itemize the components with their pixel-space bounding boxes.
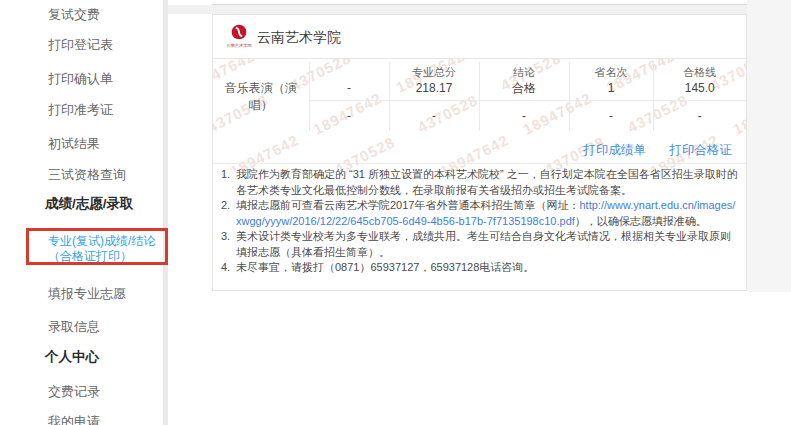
note-text: 填报志愿前可查看云南艺术学院2017年省外普通本科招生简章（网址：http://… (236, 198, 739, 229)
notes-separator (213, 163, 746, 164)
active-item-line2: （合格证打印） (48, 249, 155, 264)
cell-value: - (312, 81, 387, 95)
university-name: 云南艺术学院 (257, 29, 341, 47)
print-actions: 打印成绩单 打印合格证 (564, 142, 732, 159)
score-cell: - (309, 62, 389, 100)
print-certificate-link[interactable]: 打印合格证 (670, 143, 733, 157)
sidebar-item-third-test-query[interactable]: 三试资格查询 (48, 166, 126, 184)
background-gap-band (168, 5, 791, 14)
note-number: 4. (221, 260, 236, 276)
empty-cell: - (479, 100, 569, 131)
pass-line-cell: 合格线 145.0 (653, 62, 746, 100)
sidebar-item-admission-info[interactable]: 录取信息 (48, 318, 100, 336)
note-2-pre: 填报志愿前可查看云南艺术学院2017年省外普通本科招生简章（网址： (236, 199, 579, 211)
university-logo-icon (231, 24, 247, 40)
score-table-wrap: 音乐表演（演唱） - 专业总分 218.17 结论 合格 省名次 1 (213, 62, 746, 131)
notes-section: 1. 我院作为教育部确定的 “31 所独立设置的本科艺术院校” 之一，自行划定本… (221, 167, 739, 276)
watermark-text: 4370528 (332, 133, 398, 171)
university-logo-caption: 云南艺术学院 (220, 42, 257, 47)
sidebar-item-first-test-result[interactable]: 初试结果 (48, 135, 100, 153)
background-right-band (747, 0, 791, 292)
sidebar-item-print-admission[interactable]: 打印准考证 (48, 101, 113, 119)
sidebar-item-fill-major-wish[interactable]: 填报专业志愿 (48, 285, 126, 303)
note-text: 我院作为教育部确定的 “31 所独立设置的本科艺术院校” 之一，自行划定本院在全… (236, 167, 739, 198)
watermark-text: 18947642 (227, 131, 301, 171)
empty-cell: - (653, 100, 746, 131)
sidebar-item-print-confirmation[interactable]: 打印确认单 (48, 70, 113, 88)
sidebar-item-retest-payment[interactable]: 复试交费 (48, 6, 100, 24)
sidebar-section-personal[interactable]: 个人中心 (45, 348, 99, 366)
cell-label: 专业总分 (392, 66, 477, 79)
empty-cell: - (309, 100, 389, 131)
cell-value: 合格 (482, 81, 567, 95)
note-number: 2. (221, 198, 236, 229)
note-number: 3. (221, 229, 236, 260)
sidebar-section-scores[interactable]: 成绩/志愿/录取 (45, 195, 134, 213)
cell-label: 结论 (482, 66, 567, 79)
table-row: 音乐表演（演唱） - 专业总分 218.17 结论 合格 省名次 1 (213, 62, 746, 100)
note-2: 2. 填报志愿前可查看云南艺术学院2017年省外普通本科招生简章（网址：http… (221, 198, 739, 229)
note-1: 1. 我院作为教育部确定的 “31 所独立设置的本科艺术院校” 之一，自行划定本… (221, 167, 739, 198)
card-header: 云南艺术学院 云南艺术学院 (213, 15, 746, 59)
sidebar: 复试交费 打印登记表 打印确认单 打印准考证 初试结果 三试资格查询 成绩/志愿… (0, 0, 163, 425)
note-number: 1. (221, 167, 236, 198)
sidebar-item-major-score-result-active[interactable]: 专业(复试)成绩/结论 （合格证打印） (48, 234, 155, 264)
sidebar-item-payment-records[interactable]: 交费记录 (48, 383, 100, 401)
note-3: 3. 美术设计类专业校考为多专业联考，成绩共用。考生可结合自身文化考试情况，根据… (221, 229, 739, 260)
note-2-post: ），以确保志愿填报准确。 (575, 215, 707, 227)
sidebar-item-my-applications[interactable]: 我的申请 (48, 413, 100, 425)
cell-label: 合格线 (656, 66, 745, 79)
print-transcript-link[interactable]: 打印成绩单 (584, 143, 647, 157)
cell-label (312, 66, 387, 79)
total-score-cell: 专业总分 218.17 (389, 62, 479, 100)
cell-value: 1 (572, 81, 651, 95)
note-text: 美术设计类专业校考为多专业联考，成绩共用。考生可结合自身文化考试情况，根据相关专… (236, 229, 739, 260)
sidebar-item-print-registration[interactable]: 打印登记表 (48, 36, 113, 54)
watermark-text: 18947642 (437, 131, 511, 171)
empty-cell: - (389, 100, 479, 131)
score-result-card: 云南艺术学院 云南艺术学院 18947642437052818947642437… (212, 14, 747, 291)
sidebar-divider (163, 0, 168, 425)
active-item-line1: 专业(复试)成绩/结论 (48, 234, 155, 249)
score-table: 音乐表演（演唱） - 专业总分 218.17 结论 合格 省名次 1 (213, 62, 746, 131)
cell-value: 218.17 (392, 81, 477, 95)
empty-cell: - (569, 100, 653, 131)
note-4: 4. 未尽事宜，请拨打（0871）65937127，65937128电话咨询。 (221, 260, 739, 276)
conclusion-cell: 结论 合格 (479, 62, 569, 100)
cell-value: 145.0 (656, 81, 745, 95)
province-rank-cell: 省名次 1 (569, 62, 653, 100)
cell-label: 省名次 (572, 66, 651, 79)
major-name-cell: 音乐表演（演唱） (213, 62, 309, 131)
note-text: 未尽事宜，请拨打（0871）65937127，65937128电话咨询。 (236, 260, 739, 276)
previous-card-edge (212, 0, 747, 5)
